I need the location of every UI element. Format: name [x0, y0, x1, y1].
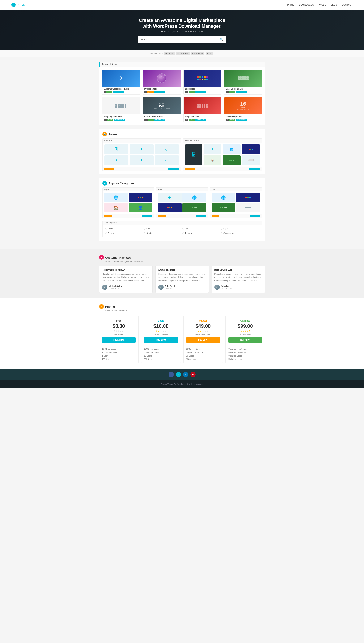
plan-name-basic: Basic — [144, 319, 178, 322]
reviewer-name-2: John Smith — [165, 285, 176, 288]
cat-header-logo: Logo — [102, 188, 154, 192]
cat-item-free[interactable]: ⬡ Free — [144, 227, 182, 231]
reviewer-name-3: John Doe — [221, 285, 233, 288]
download-btn-3[interactable]: DOWNLOAD — [195, 91, 206, 93]
tag-blueprint[interactable]: BLUEPRINT — [176, 52, 190, 55]
social-linkedin[interactable]: in — [183, 372, 188, 377]
stores-section: 🏪 Stores New Stores 🗄 ✈ ✈ — [99, 129, 265, 174]
price-card-free: Free $0.00 ★★★★★ Get It Free DOWNLOAD 1G… — [99, 316, 139, 363]
plan-name-master: Master — [186, 319, 220, 322]
nav-link-pages[interactable]: Pages — [318, 4, 326, 6]
footer-social: f t in P — [0, 369, 364, 380]
tag-icon[interactable]: ICON — [206, 52, 213, 55]
reviewer-name-1: Michael Smith — [109, 285, 122, 288]
tag-free-beat[interactable]: FREE-BEAT — [191, 52, 204, 55]
download-btn-2[interactable]: DOWNLOAD — [154, 91, 165, 93]
social-pinterest[interactable]: P — [190, 372, 196, 377]
explore-featured-store-button[interactable]: EXPLORE — [249, 168, 260, 170]
cat-panel-icons: Icons 🌐 — [210, 188, 262, 218]
nav-logo[interactable]: P PRIME — [12, 3, 26, 7]
item-name: Logo Ideas — [185, 88, 220, 90]
review-title-2: Always The Best — [158, 269, 206, 271]
search-button[interactable]: 🔍 — [217, 36, 226, 43]
nav-link-blog[interactable]: Blog — [331, 4, 337, 6]
reviewer-role-3: CEO, ABC Inc. — [221, 288, 233, 289]
cat-panel-logo: Logo 🌐 🏠 — [102, 188, 154, 218]
item-name: Dribble Shots — [144, 88, 179, 90]
price-card-master: Master $49.00 ★★★★★ Better Than Basic BU… — [184, 316, 223, 363]
explore-free-cat-button[interactable]: EXPLORE — [196, 215, 206, 217]
cat-item-premium[interactable]: ⬡ Premium — [105, 231, 144, 235]
search-input[interactable] — [138, 36, 217, 43]
cat-item-components[interactable]: ⬡ Components — [221, 231, 259, 235]
item-name: Create PSD Portfolio — [144, 116, 179, 118]
download-btn-1[interactable]: DOWNLOAD — [113, 91, 124, 93]
cat-item-icons[interactable]: ⬡ Icons — [182, 227, 220, 231]
review-text-1: Phasellus sollicitudin maximus nisl, viv… — [102, 272, 150, 282]
pricing-section: $ Pricing Get from the best offers. Free… — [0, 298, 364, 369]
cat-header-icons: Icons — [210, 188, 262, 192]
all-categories-header: All Categories — [102, 221, 262, 225]
item-card-3: Logo Ideas 49 FREE DOWNLOAD — [184, 70, 222, 94]
item-name: Mega Icon pack — [185, 116, 220, 118]
all-categories-panel: All Categories ⬡ Fonts ⬡ Free ⬡ Icons ⬡ … — [102, 220, 262, 237]
navbar: P PRIME Prime Downloads Pages Blog Conta… — [0, 0, 364, 10]
item-card-8: 16 FREE BACKGROUNDS Free Backgrounds 56 … — [224, 97, 262, 122]
nav-links: Prime Downloads Pages Blog Contact — [287, 4, 352, 6]
explore-new-stores-button[interactable]: EXPLORE — [168, 168, 179, 170]
item-card-4: Massive Icon Pack 67 FREE DOWNLOAD — [224, 70, 262, 94]
plan-price-free: $0.00 — [102, 323, 136, 329]
explore-icons-cat-button[interactable]: EXPLORE — [250, 215, 260, 217]
review-text-2: Phasellus sollicitudin maximus nisl, viv… — [158, 272, 206, 282]
featured-store-header: Featured Store — [184, 138, 262, 143]
nav-link-contact[interactable]: Contact — [342, 4, 352, 6]
tag-plugin[interactable]: PLUG-IN — [164, 52, 175, 55]
social-twitter[interactable]: t — [176, 372, 181, 377]
social-facebook[interactable]: f — [168, 372, 174, 377]
cat-item-fonts[interactable]: ⬡ Fonts — [105, 227, 144, 231]
item-card-2: Dribble Shots 1 $19.00 DOWNLOAD — [143, 70, 181, 94]
reviews-section: ♥ Customer Reviews Our Customers Think, … — [0, 249, 364, 298]
download-btn-4[interactable]: DOWNLOAD — [236, 91, 247, 93]
hero-search-bar: 🔍 — [138, 36, 226, 43]
item-name: Supreme WordPress Plugin — [104, 88, 138, 90]
hero-subtitle: Prime will give you easier way then ever… — [161, 30, 203, 33]
cat-item-logo[interactable]: ⬡ Logo — [221, 227, 259, 231]
plan-tagline-basic: Better Than Free — [144, 334, 178, 336]
buy-ultimate-button[interactable]: BUY NOW! — [228, 338, 262, 342]
categories-section: ◈ Explore Categories Logo 🌐 — [99, 178, 265, 241]
cat-header-free: Free — [156, 188, 208, 192]
reviewer-role-2: CEO, ABC Inc. — [165, 288, 176, 289]
logo-text: PRIME — [17, 4, 26, 6]
hero-title: Create an Awesome Digital Marketplace wi… — [139, 17, 225, 29]
stores-title: Stores — [108, 132, 118, 136]
download-btn-5[interactable]: DOWNLOAD — [114, 119, 125, 121]
reviewer-role-1: CEO, ABC Inc. — [109, 288, 122, 289]
download-plan-button[interactable]: DOWNLOAD — [102, 338, 136, 342]
featured-store-panel: Featured Store 🗄 ✈ 🌐 — [183, 138, 262, 172]
categories-title: Explore Categories — [108, 182, 135, 185]
plan-tagline-ultimate: Super Power — [228, 334, 262, 336]
explore-logo-cat-button[interactable]: EXPLORE — [142, 215, 152, 217]
nav-link-prime[interactable]: Prime — [287, 4, 294, 6]
featured-section: Featured Items ✈ Supreme WordPress Plugi… — [99, 62, 265, 125]
download-btn-7[interactable]: DOWNLOAD — [195, 119, 206, 121]
buy-master-button[interactable]: BUY NOW! — [186, 338, 220, 342]
item-card-5: Shopping Icon Pack 77 FREE DOWNLOAD — [102, 97, 140, 122]
buy-basic-button[interactable]: BUY NOW! — [144, 338, 178, 342]
plan-tagline-master: Better Than Basic — [186, 334, 220, 336]
pricing-title: Pricing — [105, 305, 115, 308]
plan-price-ultimate: $99.00 — [228, 323, 262, 329]
cat-item-stocks[interactable]: ⬡ Stocks — [144, 231, 182, 235]
download-btn-8[interactable]: DOWNLOAD — [236, 119, 247, 121]
tags-label: Popular Tags: — [150, 52, 163, 55]
download-btn-6[interactable]: DOWNLOAD — [154, 119, 166, 121]
review-card-3: Best Service Ever Phasellus sollicitudin… — [212, 266, 265, 293]
copyright-text: Prime / Theme By WordPress Download Mana… — [161, 383, 203, 385]
plan-tagline-free: Get It Free — [102, 334, 136, 336]
featured-header: Featured Items — [99, 62, 265, 67]
new-stores-header: New Stores — [102, 138, 181, 143]
nav-link-downloads[interactable]: Downloads — [299, 4, 314, 6]
cat-item-themes[interactable]: ⬡ Themes — [182, 231, 220, 235]
tags-bar: Popular Tags: PLUG-IN BLUEPRINT FREE-BEA… — [0, 50, 364, 57]
